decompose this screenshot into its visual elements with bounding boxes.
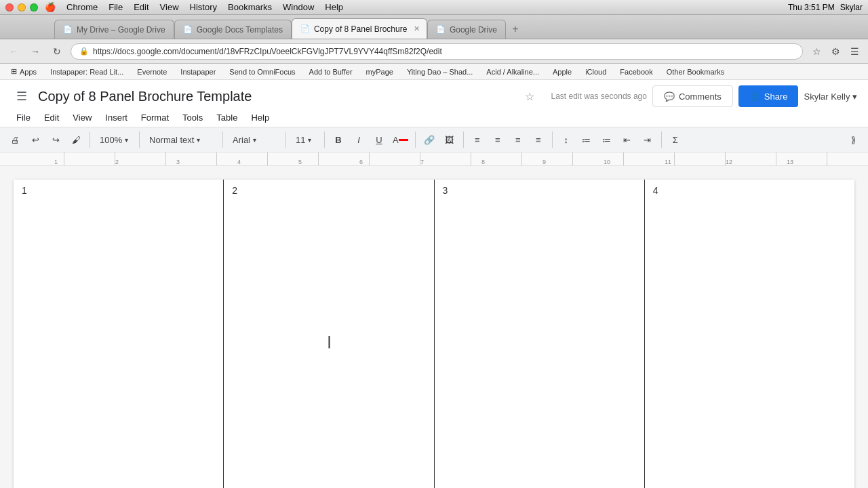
align-left-button[interactable]: ≡ (468, 130, 487, 149)
font-arrow-icon: ▾ (253, 136, 256, 144)
comments-button[interactable]: 💬 Comments (652, 85, 733, 107)
menu-table[interactable]: Table (211, 110, 243, 125)
align-justify-button[interactable]: ≡ (529, 130, 548, 149)
page-column-4[interactable]: 4 (645, 180, 854, 488)
ordered-list-button[interactable]: ≔ (577, 130, 596, 149)
image-button[interactable]: 🖼 (440, 130, 459, 149)
menu-format[interactable]: Format (136, 110, 174, 125)
bookmark-label: Other Bookmarks (667, 68, 725, 76)
link-button[interactable]: 🔗 (420, 130, 439, 149)
bookmark-yiting[interactable]: Yiting Dao – Shad... (401, 65, 478, 79)
style-dropdown[interactable]: Normal text ▾ (144, 130, 218, 149)
menu-help[interactable]: Help (245, 110, 275, 125)
paint-format-button[interactable]: 🖌 (66, 130, 85, 149)
undo-button[interactable]: ↩ (26, 130, 45, 149)
share-button[interactable]: 👤 Share (738, 85, 799, 107)
align-right-button[interactable]: ≡ (509, 130, 528, 149)
unordered-list-button[interactable]: ≔ (597, 130, 616, 149)
tab-templates[interactable]: 📄 Google Docs Templates (174, 20, 292, 39)
bookmark-apple[interactable]: Apple (547, 65, 577, 79)
tab-icon: 📄 (63, 25, 73, 34)
collapse-toolbar-button[interactable]: ⟫ (844, 130, 863, 149)
star-icon[interactable]: ☆ (525, 90, 534, 103)
menu-view[interactable]: View (67, 110, 97, 125)
tab-label: Google Drive (450, 25, 497, 35)
docs-menu-bar: File Edit View Insert Format Tools Table… (11, 110, 857, 127)
bold-button[interactable]: B (329, 130, 348, 149)
formula-button[interactable]: Σ (666, 130, 685, 149)
docs-app: ☰ Copy of 8 Panel Brochure Template ☆ La… (0, 80, 868, 488)
file-menu[interactable]: File (108, 2, 123, 12)
tab-label: Copy of 8 Panel Brochure (314, 24, 407, 34)
redo-button[interactable]: ↪ (46, 130, 65, 149)
lock-icon: 🔒 (79, 47, 89, 56)
bookmark-instapaper2[interactable]: Instapaper (175, 65, 221, 79)
window-menu[interactable]: Window (283, 2, 314, 12)
new-tab-button[interactable]: + (506, 20, 525, 39)
bookmark-other[interactable]: Other Bookmarks (661, 65, 730, 79)
extensions-icon[interactable]: ⚙ (827, 43, 844, 60)
decrease-indent-button[interactable]: ⇤ (618, 130, 637, 149)
italic-button[interactable]: I (349, 130, 368, 149)
bookmark-label: Instapaper: Read Lit... (50, 68, 123, 76)
zoom-dropdown[interactable]: 100% ▾ (94, 130, 135, 149)
hamburger-menu-icon[interactable]: ☰ (11, 85, 33, 107)
tab-icon: 📄 (436, 25, 446, 34)
zoom-value: 100% (100, 135, 122, 145)
bookmark-omnifocus[interactable]: Send to OmniFocus (224, 65, 300, 79)
toolbar-separator (139, 131, 140, 148)
bookmark-label: Instapaper (180, 68, 216, 76)
page-column-3[interactable]: 3 (435, 180, 645, 488)
menu-file[interactable]: File (11, 110, 36, 125)
back-button[interactable]: ← (5, 43, 22, 60)
apple-menu[interactable]: 🍎 (45, 2, 56, 12)
bookmark-evernote[interactable]: Evernote (132, 65, 172, 79)
view-menu[interactable]: View (160, 2, 179, 12)
toolbar-separator (222, 131, 223, 148)
star-icon[interactable]: ☆ (808, 43, 825, 60)
text-color-button[interactable]: A (390, 130, 411, 149)
minimize-btn[interactable] (18, 3, 26, 12)
bookmark-apps[interactable]: ⊞ Apps (5, 65, 42, 79)
line-spacing-button[interactable]: ↕ (557, 130, 576, 149)
increase-indent-button[interactable]: ⇥ (638, 130, 657, 149)
history-menu[interactable]: History (190, 2, 217, 12)
edit-menu[interactable]: Edit (134, 2, 149, 12)
tab-label: Google Docs Templates (197, 25, 283, 35)
bookmark-icloud[interactable]: iCloud (580, 65, 612, 79)
tab-brochure[interactable]: 📄 Copy of 8 Panel Brochure ✕ (292, 18, 427, 39)
maximize-btn[interactable] (30, 3, 38, 12)
chrome-menu[interactable]: Chrome (66, 2, 98, 12)
chrome-menu-icon[interactable]: ☰ (846, 43, 863, 60)
close-btn[interactable] (5, 3, 14, 12)
bookmark-acid[interactable]: Acid / Alkaline... (481, 65, 545, 79)
menu-tools[interactable]: Tools (177, 110, 208, 125)
forward-button[interactable]: → (27, 43, 43, 60)
tab-close-icon[interactable]: ✕ (414, 24, 420, 33)
tab-mydrive[interactable]: 📄 My Drive – Google Drive (54, 20, 174, 39)
align-center-button[interactable]: ≡ (488, 130, 507, 149)
comment-icon: 💬 (664, 92, 675, 102)
menu-insert[interactable]: Insert (100, 110, 133, 125)
help-menu[interactable]: Help (325, 2, 343, 12)
refresh-button[interactable]: ↻ (49, 43, 65, 60)
underline-button[interactable]: U (370, 130, 389, 149)
toolbar-separator (661, 131, 662, 148)
time-display: Thu 3:51 PM (788, 3, 835, 12)
menu-edit[interactable]: Edit (39, 110, 64, 125)
bookmark-facebook[interactable]: Facebook (614, 65, 658, 79)
bookmark-buffer[interactable]: Add to Buffer (304, 65, 358, 79)
bookmark-label: Apps (20, 68, 37, 76)
page-column-1[interactable]: 1 (14, 180, 224, 488)
bookmarks-menu[interactable]: Bookmarks (228, 2, 272, 12)
bookmark-mypage[interactable]: myPage (361, 65, 399, 79)
docs-canvas[interactable]: 1 2 3 4 (0, 166, 868, 488)
size-dropdown[interactable]: 11 ▾ (290, 130, 320, 149)
font-dropdown[interactable]: Arial ▾ (227, 130, 281, 149)
print-button[interactable]: 🖨 (5, 130, 24, 149)
user-account[interactable]: Skylar Kelly ▾ (804, 92, 857, 102)
bookmark-instapaper[interactable]: Instapaper: Read Lit... (45, 65, 129, 79)
address-bar[interactable]: 🔒 https://docs.google.com/document/d/18v… (71, 43, 803, 60)
page-column-2[interactable]: 2 (224, 180, 434, 488)
tab-drive2[interactable]: 📄 Google Drive (427, 20, 506, 39)
